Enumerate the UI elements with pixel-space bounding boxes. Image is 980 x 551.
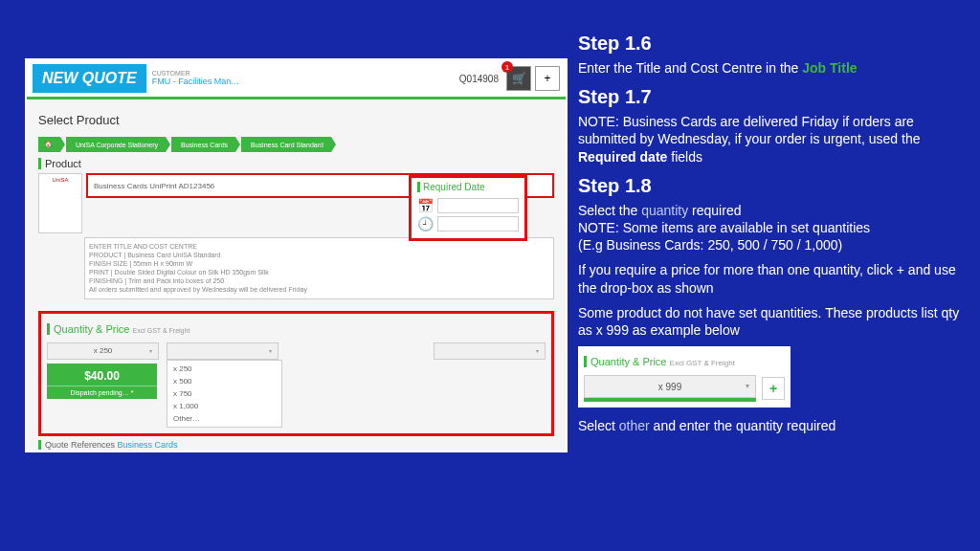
customer-name[interactable]: FMU - Facilities Man…: [152, 77, 240, 87]
step-text: Select other and enter the quantity requ…: [578, 417, 961, 434]
mini-add-button[interactable]: +: [762, 377, 785, 400]
add-button[interactable]: +: [535, 66, 560, 91]
product-heading: Product: [38, 158, 554, 169]
step-heading: Step 1.6: [578, 31, 961, 55]
select-product-heading: Select Product: [38, 113, 554, 127]
mini-qp-box: Quantity & Price Excl GST & Freight x 99…: [578, 346, 791, 408]
quantity-emphasis: quantity: [641, 203, 688, 218]
step-text: NOTE: Business Cards are delivered Frida…: [578, 113, 961, 165]
quantity-price-box: Quantity & Price Excl GST & Freight x 25…: [38, 311, 554, 436]
breadcrumb-item[interactable]: Business Cards: [171, 137, 235, 152]
instructions: Step 1.6 Enter the Title and Cost Centre…: [578, 25, 961, 442]
quote-references: Quote References Business Cards: [38, 440, 554, 450]
refs-link[interactable]: Business Cards: [118, 440, 178, 450]
caret-down-icon: ▾: [269, 347, 272, 354]
step-heading: Step 1.8: [578, 173, 961, 198]
date-field[interactable]: [437, 198, 519, 213]
job-title-emphasis: Job Title: [802, 60, 857, 76]
step-text: Enter the Title and Cost Centre in the J…: [578, 59, 961, 77]
time-field[interactable]: [437, 216, 519, 231]
required-date-box: Required Date 📅 🕘: [409, 175, 527, 241]
step-text: If you require a price for more than one…: [578, 261, 961, 296]
qty-option[interactable]: x 750: [169, 387, 279, 400]
qty-select-2[interactable]: ▾: [167, 342, 278, 360]
customer-block: CUSTOMER FMU - Facilities Man…: [152, 70, 240, 87]
new-quote-badge: NEW QUOTE: [33, 64, 146, 93]
mini-qty-select[interactable]: x 999 ▾: [584, 375, 756, 398]
qty-dropdown[interactable]: x 250 x 500 x 750 x 1,000 Other…: [167, 360, 282, 428]
price-box: $40.00 Dispatch pending… *: [47, 364, 157, 399]
required-date-emphasis: Required date: [578, 149, 667, 165]
qty-option[interactable]: x 250: [169, 363, 279, 375]
quote-number: Q014908: [459, 74, 502, 84]
cart-badge: 1: [501, 61, 513, 73]
caret-down-icon: ▾: [536, 347, 539, 354]
caret-down-icon: ▾: [149, 347, 152, 354]
breadcrumb-item[interactable]: UniSA Corporate Stationery: [66, 137, 166, 152]
breadcrumb-home[interactable]: 🏠: [38, 137, 60, 152]
product-thumbnail[interactable]: UniSA: [38, 173, 82, 233]
qty-option[interactable]: x 1,000: [169, 400, 279, 412]
step-heading: Step 1.7: [578, 84, 961, 109]
qty-select-3[interactable]: ▾: [434, 342, 546, 360]
qty-option[interactable]: Other…: [169, 412, 279, 425]
breadcrumb: 🏠 UniSA Corporate Stationery Business Ca…: [38, 137, 554, 152]
cart-icon: 🛒: [512, 72, 526, 85]
calendar-icon: 📅: [417, 198, 434, 213]
product-description[interactable]: ENTER TITLE AND COST CENTRE PRODUCT | Bu…: [84, 237, 554, 299]
other-emphasis: other: [619, 418, 650, 433]
required-date-heading: Required Date: [417, 182, 519, 192]
step-text: Some product do not have set quantities.…: [578, 304, 961, 339]
header-bar: NEW QUOTE CUSTOMER FMU - Facilities Man……: [27, 60, 566, 97]
price: $40.00: [47, 369, 157, 383]
step-text: Select the quantity required NOTE: Some …: [578, 202, 961, 254]
cart-button[interactable]: 🛒 1: [506, 66, 531, 91]
app-screenshot: NEW QUOTE CUSTOMER FMU - Facilities Man……: [25, 58, 568, 452]
breadcrumb-item[interactable]: Business Card Standard: [241, 137, 331, 152]
clock-icon: 🕘: [417, 216, 434, 231]
dispatch-status: Dispatch pending… *: [47, 386, 157, 396]
mini-heading: Quantity & Price Excl GST & Freight: [584, 356, 735, 367]
qty-select-1[interactable]: x 250 ▾: [47, 342, 159, 360]
qp-heading: Quantity & Price Excl GST & Freight: [47, 323, 189, 335]
price-strip: [584, 398, 756, 402]
qty-option[interactable]: x 500: [169, 375, 279, 387]
caret-down-icon: ▾: [746, 382, 749, 391]
